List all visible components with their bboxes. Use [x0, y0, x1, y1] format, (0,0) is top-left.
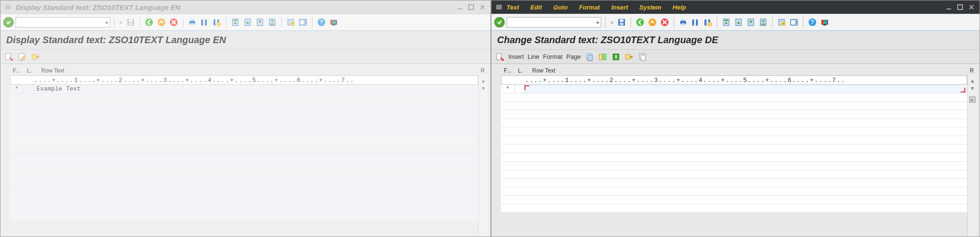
- first-page-icon[interactable]: [230, 17, 241, 27]
- maximize-icon[interactable]: [956, 3, 964, 11]
- svg-rect-61: [497, 54, 501, 60]
- svg-rect-68: [626, 55, 630, 59]
- command-field[interactable]: ▾: [16, 17, 110, 27]
- svg-rect-31: [32, 55, 36, 59]
- separator: [674, 17, 674, 27]
- line-column: [24, 85, 34, 93]
- svg-rect-33: [946, 9, 951, 9]
- prev-page-icon[interactable]: [242, 17, 253, 27]
- col-r: R: [475, 67, 485, 74]
- svg-rect-4: [129, 19, 133, 22]
- title-text: Display Standard text: ZSO10TEXT Languag…: [16, 3, 180, 11]
- scrollbar[interactable]: ▴ ▾: [478, 75, 488, 237]
- find-icon[interactable]: [199, 17, 210, 27]
- separator: [183, 17, 183, 27]
- new-session-icon[interactable]: [285, 17, 296, 27]
- dropdown-icon[interactable]: ▾: [597, 20, 599, 25]
- cancel-icon[interactable]: [659, 17, 670, 27]
- line-text[interactable]: [525, 85, 967, 93]
- col-line: L.: [518, 67, 532, 74]
- last-page-icon[interactable]: [758, 17, 768, 27]
- next-page-icon[interactable]: [746, 17, 756, 27]
- menu-text[interactable]: Text: [507, 4, 519, 11]
- enter-icon[interactable]: [494, 17, 505, 27]
- scroll-down-icon[interactable]: ▾: [971, 85, 974, 91]
- print-icon[interactable]: [678, 17, 688, 27]
- scroll-up-icon[interactable]: ▴: [971, 77, 974, 84]
- menu-format[interactable]: Format: [543, 53, 562, 60]
- minimize-icon[interactable]: [944, 3, 953, 11]
- dropdown-icon[interactable]: ▾: [106, 20, 108, 25]
- scrollbar[interactable]: ▴ ▾ ▸: [967, 75, 977, 237]
- find-next-icon[interactable]: [703, 17, 713, 27]
- close-icon[interactable]: [478, 3, 487, 11]
- system-toolbar: ▾ « ?: [0, 14, 490, 31]
- menu-insert[interactable]: Insert: [611, 4, 628, 11]
- svg-rect-21: [300, 19, 306, 25]
- other-object-icon[interactable]: [4, 52, 14, 62]
- scroll-right-icon[interactable]: ▸: [969, 96, 976, 103]
- last-page-icon[interactable]: [267, 17, 277, 27]
- first-page-icon[interactable]: [721, 17, 731, 27]
- copy-icon[interactable]: [638, 52, 647, 62]
- text-lines[interactable]: *: [501, 85, 967, 213]
- change-icon[interactable]: [18, 52, 27, 62]
- layout-icon[interactable]: [298, 17, 308, 27]
- maximize-icon[interactable]: [467, 3, 475, 11]
- cancel-icon[interactable]: [169, 17, 179, 27]
- layout-icon[interactable]: [789, 17, 799, 27]
- scroll-up-icon[interactable]: ▴: [482, 77, 485, 84]
- svg-point-6: [145, 18, 153, 26]
- next-page-icon[interactable]: [255, 17, 265, 27]
- menu-insert[interactable]: Insert: [508, 53, 524, 60]
- col-rowtext: Row Text: [532, 67, 964, 74]
- gui-settings-icon[interactable]: [329, 17, 339, 27]
- menu-format[interactable]: Format: [579, 4, 600, 11]
- svg-rect-65: [603, 54, 606, 60]
- text-line[interactable]: *: [501, 85, 967, 93]
- close-icon[interactable]: [967, 3, 976, 11]
- svg-rect-53: [791, 19, 797, 25]
- exit-icon[interactable]: [647, 17, 658, 27]
- help-icon[interactable]: ?: [807, 17, 818, 27]
- format-column[interactable]: *: [501, 85, 515, 93]
- back-icon[interactable]: [144, 17, 154, 27]
- save-icon[interactable]: [125, 17, 136, 27]
- menu-help[interactable]: Help: [673, 4, 686, 11]
- save-icon[interactable]: [616, 17, 627, 27]
- menu-line[interactable]: Line: [528, 53, 540, 60]
- menu-page[interactable]: Page: [566, 53, 580, 60]
- minimize-icon[interactable]: [455, 3, 464, 11]
- app-toolbar: [0, 50, 490, 64]
- svg-rect-27: [335, 20, 337, 24]
- gui-settings-icon[interactable]: [820, 17, 830, 27]
- enter-icon[interactable]: [3, 17, 14, 27]
- other-object-icon[interactable]: [495, 52, 505, 62]
- graphic-editor-icon[interactable]: [31, 52, 40, 62]
- excel-icon[interactable]: X: [611, 52, 621, 62]
- new-session-icon[interactable]: [776, 17, 787, 27]
- exit-icon[interactable]: [156, 17, 167, 27]
- clipboard-icon[interactable]: [585, 52, 594, 62]
- line-column[interactable]: [515, 85, 525, 93]
- separator: [226, 17, 226, 27]
- editor-header: F... L. Row Text R: [501, 66, 977, 75]
- menu-goto[interactable]: Goto: [553, 4, 568, 11]
- find-icon[interactable]: [690, 17, 701, 27]
- svg-rect-59: [826, 20, 828, 24]
- system-toolbar: ▾ « ?: [491, 14, 980, 31]
- menu-system[interactable]: System: [640, 4, 661, 11]
- graphic-editor-icon[interactable]: [624, 52, 634, 62]
- chevron-left-icon[interactable]: «: [609, 19, 615, 26]
- help-icon[interactable]: ?: [316, 17, 327, 27]
- menu-edit[interactable]: Edit: [530, 4, 542, 11]
- find-next-icon[interactable]: [212, 17, 222, 27]
- prev-page-icon[interactable]: [733, 17, 744, 27]
- select-icon[interactable]: [598, 52, 607, 62]
- command-field[interactable]: ▾: [507, 17, 601, 27]
- back-icon[interactable]: [635, 17, 645, 27]
- print-icon[interactable]: [187, 17, 197, 27]
- chevron-left-icon[interactable]: «: [118, 19, 124, 26]
- scroll-down-icon[interactable]: ▾: [482, 85, 485, 91]
- svg-rect-36: [620, 19, 624, 22]
